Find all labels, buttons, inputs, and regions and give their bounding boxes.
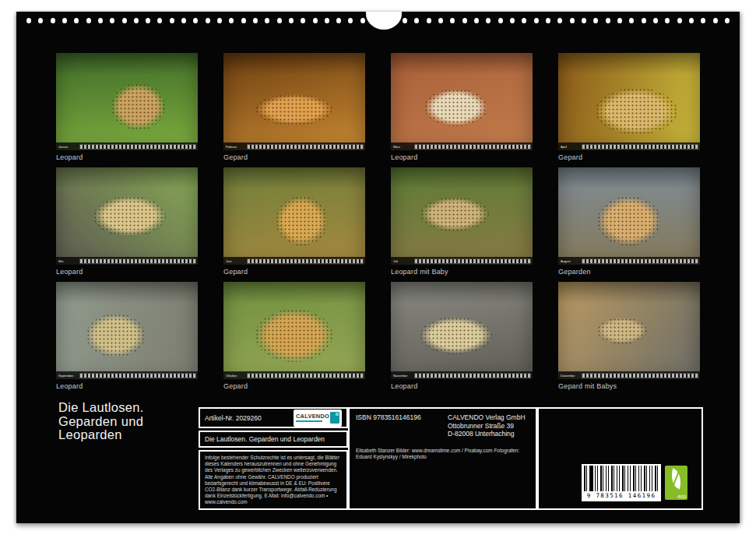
mini-calendar-month: April (561, 145, 581, 149)
photo-shade (223, 53, 365, 150)
binding-hole (122, 18, 127, 23)
calvendo-calendar-icon (330, 412, 339, 424)
binding-hole (582, 18, 586, 23)
binding-hole (534, 18, 539, 23)
info-left-column: Artikel-Nr. 2029260 CALVENDO Die Lautlos… (199, 407, 348, 510)
publisher-line: Ottobrunner Straße 39 (448, 422, 526, 431)
thumb-label: Gepard (223, 268, 365, 276)
mini-calendar-days (582, 374, 698, 378)
mini-calendar-month: November (393, 374, 413, 378)
barcode-box: 9 783516 146196 eco (537, 407, 703, 510)
legal-text-box: Infolge bestehender Schutzrechte ist es … (199, 450, 348, 510)
binding-hole (498, 18, 503, 23)
mini-calendar-strip: Oktober (223, 371, 365, 379)
thumb-label: Leopard (56, 382, 198, 390)
thumb-photo: September (56, 282, 198, 379)
binding-hole (217, 18, 222, 23)
mini-calendar-strip: November (391, 371, 533, 379)
mini-calendar-strip: April (558, 142, 700, 150)
mini-calendar-days (415, 259, 530, 263)
thumb-label: Leopard mit Baby (391, 268, 533, 276)
mini-calendar-month: Mai (58, 259, 79, 263)
binding-hole (427, 18, 431, 23)
binding-hole (438, 18, 443, 23)
binding-hole (313, 18, 318, 23)
mini-calendar-days (415, 374, 530, 378)
binding-hole (74, 18, 79, 23)
calvendo-logo-tagline (296, 420, 322, 422)
binding-hole (557, 18, 562, 23)
article-number-box: Artikel-Nr. 2029260 CALVENDO (199, 407, 348, 428)
mini-calendar-days (80, 145, 195, 149)
mini-calendar-strip: August (558, 257, 700, 265)
thumb-label: Gepard (223, 153, 365, 161)
binding-hole (593, 18, 598, 23)
mini-calendar-strip: September (56, 371, 198, 379)
thumb-photo: April (558, 53, 700, 150)
calendar-month-thumb: NovemberLeopard (391, 282, 533, 396)
mini-calendar-strip: Juli (391, 257, 533, 265)
thumb-photo: November (391, 282, 533, 379)
binding-hole (725, 18, 730, 23)
thumb-photo: März (391, 53, 533, 150)
binding-hole (665, 18, 670, 23)
binding-holes-left (26, 18, 365, 23)
binding-hole (134, 18, 139, 23)
binding-hole (336, 18, 341, 23)
photo-shade (558, 167, 700, 265)
binding-hole (62, 18, 67, 23)
mini-calendar-days (248, 145, 363, 149)
month-thumbnail-grid: JanuarLeopardFebruarGepardMärzLeopardApr… (56, 53, 700, 396)
calendar-page: JanuarLeopardFebruarGepardMärzLeopardApr… (16, 12, 740, 523)
binding-hole (325, 18, 329, 23)
binding-hole (546, 18, 550, 23)
binding-hole (629, 18, 634, 23)
title-box-text: Die Lautlosen. Geparden und Leoparden (205, 435, 325, 443)
isbn-publisher-row: ISBN 9783516146196 CALVENDO Verlag GmbH … (356, 413, 529, 438)
thumb-label: Leopard (56, 268, 198, 276)
binding-hole (360, 18, 365, 23)
photo-shade (558, 53, 700, 150)
binding-hole (617, 18, 622, 23)
mini-calendar-month: Juni (226, 259, 246, 263)
publisher-address: CALVENDO Verlag GmbH Ottobrunner Straße … (448, 413, 526, 438)
calvendo-logo-name: CALVENDO (296, 413, 329, 420)
binding-hole (606, 18, 610, 23)
publisher-info-panel: Artikel-Nr. 2029260 CALVENDO Die Lautlos… (199, 407, 703, 510)
photo-credits-line: Eduard Kyslynskyy / Mirekphoto (356, 454, 529, 460)
mini-calendar-month: September (58, 374, 79, 378)
mini-calendar-days (248, 259, 363, 263)
calendar-month-thumb: OktoberGepard (223, 282, 365, 396)
binding-hole (348, 18, 353, 23)
legal-text: Infolge bestehender Schutzrechte ist es … (205, 455, 339, 505)
mini-calendar-days (80, 374, 195, 378)
publisher-line: D-82008 Unterhaching (448, 430, 526, 438)
binding-hole (265, 18, 269, 23)
mini-calendar-strip: März (391, 142, 533, 150)
barcode-digits: 9 783516 146196 (584, 492, 659, 499)
article-number: Artikel-Nr. 2029260 (205, 414, 262, 422)
calendar-title-line: Geparden und (58, 415, 144, 429)
thumb-label: Gepard (558, 153, 700, 161)
binding-hole (277, 18, 282, 23)
photo-shade (223, 167, 365, 265)
calendar-title-line: Die Lautlosen. (58, 401, 144, 415)
binding-hole (51, 18, 55, 23)
binding-hole (229, 18, 234, 23)
calendar-month-thumb: JanuarLeopard (56, 53, 198, 167)
photo-shade (558, 282, 700, 379)
thumb-label: Leopard (391, 153, 533, 161)
binding-hole (241, 18, 246, 23)
thumb-label: Gepard (223, 382, 365, 390)
binding-hole (653, 18, 658, 23)
binding-hole (486, 18, 491, 23)
mini-calendar-month: März (393, 145, 413, 149)
binding-hole (450, 18, 455, 23)
binding-hole (146, 18, 150, 23)
photo-credits: Elisabeth Stanzer Bilder: www.dreamstime… (356, 448, 529, 460)
binding-hole (193, 18, 198, 23)
title-box: Die Lautlosen. Geparden und Leoparden (199, 431, 348, 448)
binding-hole (474, 18, 479, 23)
eco-logo: eco (665, 466, 687, 500)
binding-hole (642, 18, 646, 23)
